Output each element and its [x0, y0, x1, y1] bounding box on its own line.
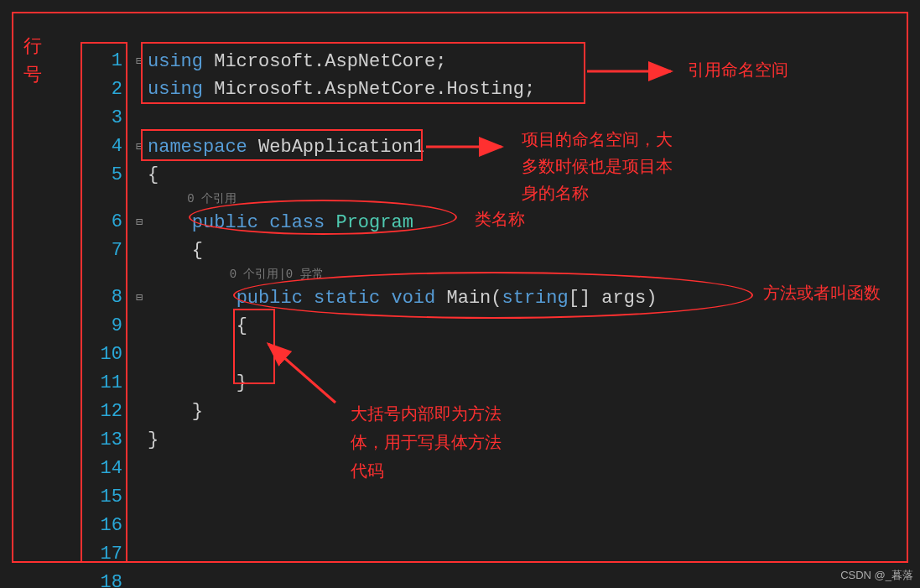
type-name: Program: [335, 212, 413, 233]
keyword: public: [236, 288, 303, 309]
code-line-10[interactable]: [131, 341, 905, 369]
line-number: 1: [81, 47, 122, 75]
line-number: 4: [81, 133, 122, 161]
watermark: CSDN @_暮落: [840, 568, 913, 583]
keyword: public: [192, 212, 258, 233]
brace: }: [148, 429, 159, 450]
fold-icon[interactable]: ⊟: [131, 47, 148, 75]
line-number: 11: [81, 369, 122, 398]
keyword: class: [269, 212, 325, 233]
fold-icon[interactable]: ⊟: [131, 284, 148, 312]
line-number: 16: [81, 512, 122, 540]
brace: {: [236, 315, 247, 336]
brace: {: [148, 164, 159, 185]
code-line-6[interactable]: ⊟ public class Program: [131, 208, 905, 237]
line-number: 13: [81, 426, 122, 455]
line-number: 17: [81, 540, 122, 569]
keyword: void: [391, 288, 435, 309]
line-number: 15: [81, 483, 122, 512]
param-name: args: [601, 288, 646, 309]
code-editor[interactable]: ⊟using Microsoft.AspNetCore; using Micro…: [131, 47, 905, 455]
row-number-label: 行号: [23, 34, 42, 91]
keyword: using: [148, 51, 203, 72]
code-line-9[interactable]: {: [131, 312, 905, 341]
codelens-references[interactable]: 0 个引用|0 异常: [131, 265, 905, 284]
line-number: 14: [81, 455, 122, 483]
code-line-13[interactable]: }: [131, 426, 905, 455]
line-number: 12: [81, 398, 122, 426]
line-number: 8: [81, 284, 122, 312]
codelens-references[interactable]: 0 个引用: [131, 190, 905, 208]
code-line-7[interactable]: {: [131, 237, 905, 265]
paren: ): [646, 288, 657, 309]
line-number: 5: [81, 161, 122, 190]
code-line-12[interactable]: }: [131, 398, 905, 426]
line-number: 18: [81, 569, 122, 588]
code-line-8[interactable]: ⊟ public static void Main(string[] args): [131, 284, 905, 312]
line-number: 6: [81, 208, 122, 237]
keyword: static: [314, 288, 380, 309]
line-numbers: 1 2 3 4 5 6 7 8 9 10 11 12 13 14 15 16 1…: [81, 47, 127, 588]
code-text: Microsoft.AspNetCore.Hosting;: [203, 79, 535, 100]
keyword: string: [502, 288, 569, 309]
brace: }: [236, 372, 247, 393]
fold-icon[interactable]: ⊟: [131, 208, 148, 237]
brace: }: [192, 401, 203, 422]
code-line-11[interactable]: }: [131, 369, 905, 398]
code-line-3[interactable]: [131, 104, 905, 133]
fold-icon[interactable]: ⊟: [131, 133, 148, 161]
keyword: using: [148, 79, 203, 100]
line-number: 2: [81, 75, 122, 104]
line-number: 3: [81, 104, 122, 133]
code-line-5[interactable]: {: [131, 161, 905, 190]
brace: {: [192, 240, 203, 261]
code-line-4[interactable]: ⊟namespace WebApplication1: [131, 133, 905, 161]
method-name: Main: [446, 288, 491, 309]
code-text: Microsoft.AspNetCore;: [203, 51, 446, 72]
code-text: []: [569, 288, 602, 309]
code-line-2[interactable]: using Microsoft.AspNetCore.Hosting;: [131, 75, 905, 104]
paren: (: [491, 288, 502, 309]
code-line-1[interactable]: ⊟using Microsoft.AspNetCore;: [131, 47, 905, 75]
line-number: 10: [81, 341, 122, 369]
line-number: 7: [81, 237, 122, 265]
keyword: namespace: [148, 137, 247, 158]
line-number: 9: [81, 312, 122, 341]
code-text: WebApplication1: [247, 137, 424, 158]
